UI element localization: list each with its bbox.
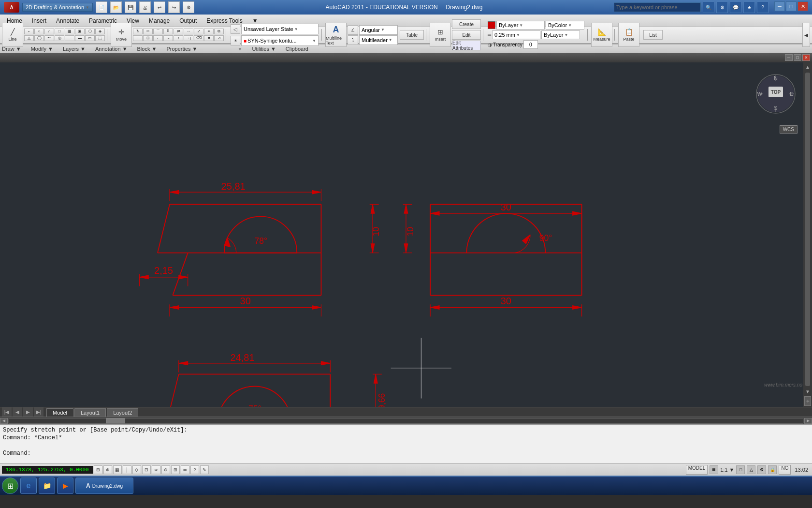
- right-scrollbar[interactable]: ▲ ▼ ✛: [803, 62, 812, 407]
- viewport-button[interactable]: □: [736, 465, 745, 474]
- lock-button[interactable]: 🔒: [768, 465, 777, 474]
- hatch-button[interactable]: ▦: [65, 29, 74, 34]
- color-dropdown[interactable]: ByLayer ▼: [496, 21, 545, 30]
- list-button[interactable]: List: [643, 30, 663, 40]
- layer-state-dropdown[interactable]: Unsaved Layer State ▼: [241, 24, 319, 34]
- help-button[interactable]: ?: [757, 1, 768, 13]
- autocad-taskbar-button[interactable]: A Drawing2.dwg: [75, 478, 133, 494]
- menu-output[interactable]: Output: [174, 16, 202, 26]
- menu-annotate[interactable]: Annotate: [51, 16, 84, 26]
- print-button[interactable]: 🖨: [139, 1, 151, 13]
- properties-button[interactable]: ⚙: [183, 1, 194, 13]
- inner-close-button[interactable]: ✕: [802, 54, 810, 61]
- tab-model[interactable]: Model: [46, 408, 73, 417]
- wcs-label[interactable]: WCS: [780, 125, 798, 134]
- tab-layout2[interactable]: Layout2: [107, 408, 138, 417]
- chamfer-button[interactable]: ⌐: [153, 35, 163, 41]
- tab-nav-next[interactable]: ▶: [23, 407, 33, 417]
- hscroll-track[interactable]: [9, 418, 803, 424]
- close-button[interactable]: ✕: [798, 1, 808, 11]
- model-space-button[interactable]: MODEL: [686, 465, 708, 475]
- app-dropdown[interactable]: 2D Drafting & Annotation ▼: [22, 3, 93, 12]
- extend-button[interactable]: →|: [184, 35, 193, 41]
- triangle-button[interactable]: △: [24, 35, 34, 41]
- qp-toggle-button[interactable]: ?: [190, 465, 199, 474]
- layer-name-dropdown[interactable]: ■ SYN-Synlige kontu... ▼: [241, 35, 319, 46]
- block-section-label[interactable]: Block ▼: [137, 46, 157, 52]
- search-button[interactable]: 🔍: [703, 1, 714, 13]
- minimize-button[interactable]: ─: [774, 1, 785, 11]
- revision-button[interactable]: ⬚: [95, 35, 105, 41]
- ducs-toggle-button[interactable]: ⊘: [161, 465, 170, 474]
- clipboard-section-label[interactable]: Clipboard: [286, 46, 308, 52]
- tab-nav-last[interactable]: ▶|: [34, 407, 44, 417]
- redo-button[interactable]: ↪: [168, 1, 180, 13]
- undo-button[interactable]: ↩: [154, 1, 165, 13]
- insert-button[interactable]: ⊞ Insert: [430, 23, 451, 47]
- workspace-button[interactable]: ⚙: [757, 465, 766, 474]
- media-player-button[interactable]: ▶: [57, 478, 73, 494]
- inner-minimize-button[interactable]: ─: [785, 54, 793, 61]
- rectangle-button[interactable]: □: [55, 29, 64, 34]
- no-indicator[interactable]: NO: [779, 465, 791, 475]
- lw-toggle-button[interactable]: ═: [181, 465, 189, 474]
- polyline-button[interactable]: ⌐: [24, 29, 34, 34]
- scroll-down-button[interactable]: ▼: [804, 388, 811, 395]
- draw-section-label[interactable]: Draw ▼: [2, 46, 21, 52]
- transparency-input[interactable]: [523, 40, 538, 49]
- save-file-button[interactable]: 💾: [125, 1, 136, 13]
- search-input[interactable]: [614, 2, 701, 12]
- angular-button[interactable]: ∠: [348, 25, 358, 35]
- modify-section-label[interactable]: Modify ▼: [31, 46, 53, 52]
- folder-button[interactable]: 📁: [39, 478, 55, 494]
- blend-button[interactable]: ⌣: [163, 35, 173, 41]
- lengthen-button[interactable]: ↕: [174, 35, 183, 41]
- hscroll-thumb[interactable]: [106, 418, 125, 423]
- multiline-text-button[interactable]: A Multiline Text: [325, 23, 347, 47]
- create-button[interactable]: Create: [452, 19, 481, 29]
- properties-section-label[interactable]: Properties ▼ ▼: [166, 46, 242, 52]
- tab-nav-first[interactable]: |◀: [2, 407, 12, 417]
- gradient-button[interactable]: ▣: [75, 29, 85, 34]
- menu-insert[interactable]: Insert: [27, 16, 51, 26]
- hscroll-right-button[interactable]: ▶: [804, 418, 812, 424]
- tab-nav-prev[interactable]: ◀: [13, 407, 22, 417]
- line-button[interactable]: ╱ Line: [2, 23, 23, 47]
- dyn-toggle-button[interactable]: ⊞: [171, 465, 180, 474]
- layers-section-label[interactable]: Layers ▼: [63, 46, 86, 52]
- layer-toggle-button[interactable]: ☀: [231, 36, 240, 45]
- angular-dropdown[interactable]: Angular ▼: [359, 25, 398, 35]
- open-file-button[interactable]: 📂: [110, 1, 122, 13]
- lineweight-dropdown[interactable]: 0.25 mm ▼: [492, 30, 540, 39]
- arc-button[interactable]: ∩: [44, 29, 54, 34]
- array-button[interactable]: ⠿: [163, 29, 173, 34]
- table-button[interactable]: Table: [400, 30, 424, 40]
- annotation-monitor-button[interactable]: △: [747, 465, 755, 474]
- tab-layout1[interactable]: Layout1: [74, 408, 106, 417]
- properties-expand-button[interactable]: ◀: [802, 23, 810, 47]
- boundary-button[interactable]: ⬡: [85, 29, 95, 34]
- canvas-area[interactable]: 25,81 30 2,15: [0, 62, 812, 407]
- hscroll-left-button[interactable]: ◀: [0, 418, 8, 424]
- rotate-button[interactable]: ↻: [133, 29, 143, 34]
- donut-button[interactable]: ◎: [55, 35, 64, 41]
- coord-toggle-button[interactable]: ⊞: [94, 465, 102, 474]
- new-file-button[interactable]: 📄: [96, 1, 107, 13]
- help-settings-button[interactable]: ⚙: [716, 1, 728, 13]
- paste-button[interactable]: 📋 Paste: [618, 23, 639, 47]
- move-button[interactable]: ✛ Move: [111, 23, 132, 47]
- fillet-button[interactable]: ⌒: [153, 29, 163, 34]
- break-button[interactable]: ⌐: [133, 35, 143, 41]
- multileader-dropdown[interactable]: Multileader ▼: [359, 35, 398, 45]
- mirror-button[interactable]: ⇌: [174, 29, 183, 34]
- measure-button[interactable]: 📐 Measure: [591, 23, 612, 47]
- maximize-button[interactable]: □: [786, 1, 797, 11]
- horizontal-scrollbar[interactable]: ◀ ▶: [0, 417, 812, 424]
- scale-button[interactable]: ⤢: [194, 29, 203, 34]
- layer-prev-button[interactable]: ◁: [231, 24, 240, 34]
- grid-toggle-button[interactable]: ▦: [113, 465, 122, 474]
- stretch-button[interactable]: ↔: [184, 29, 193, 34]
- linetype-dropdown[interactable]: ByLayer ▼: [541, 30, 580, 39]
- scroll-thumb[interactable]: [805, 73, 810, 386]
- ellipse-button[interactable]: ◯: [34, 35, 44, 41]
